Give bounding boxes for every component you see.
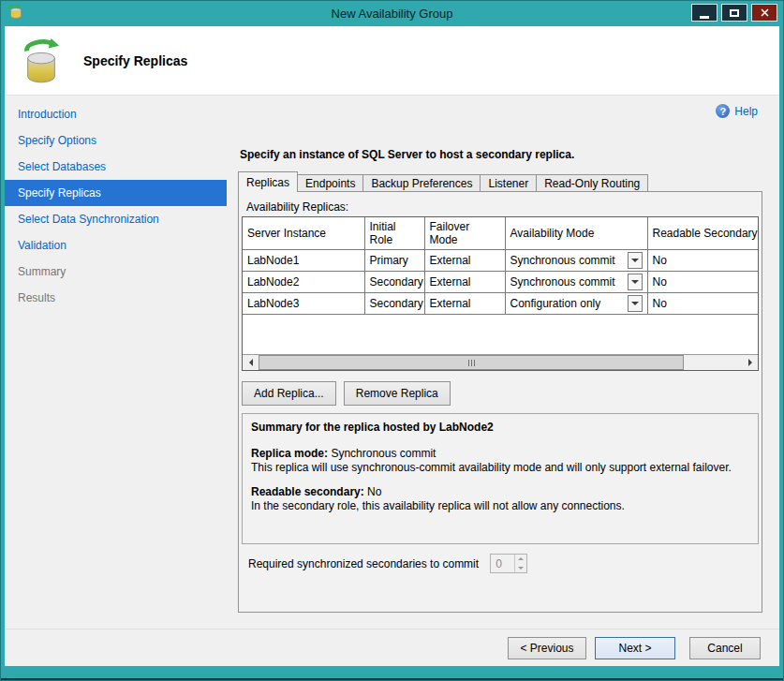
replicas-tab-page: Availability Replicas: Server Instance [238, 191, 762, 613]
chevron-down-icon[interactable] [628, 295, 643, 312]
page-title: Specify Replicas [83, 53, 187, 68]
tab-endpoints[interactable]: Endpoints [297, 174, 363, 192]
spinner-down-button [515, 564, 526, 573]
chevron-up-icon [518, 555, 524, 560]
table-row[interactable]: LabNode3 Secondary External Configuratio… [243, 292, 758, 314]
close-icon [761, 8, 769, 17]
sidebar-item-validation[interactable]: Validation [5, 232, 227, 259]
minimize-button[interactable] [691, 4, 717, 22]
cell-readable-secondary: No [647, 271, 758, 292]
previous-button[interactable]: < Previous [508, 637, 586, 659]
scroll-left-icon [245, 359, 253, 366]
cell-server-instance: LabNode1 [243, 249, 364, 271]
replica-mode-value: Synchronous commit [331, 447, 436, 460]
cell-readable-secondary: No [647, 249, 758, 271]
cell-availability-mode: Synchronous commit [505, 271, 647, 292]
cell-readable-secondary: No [647, 292, 758, 314]
scrollbar-thumb[interactable] [259, 355, 684, 370]
sidebar-item-select-databases[interactable]: Select Databases [5, 154, 227, 180]
replica-mode-label: Replica mode: [251, 447, 328, 460]
spinner-value: 0 [491, 555, 514, 572]
next-button[interactable]: Next > [595, 637, 675, 659]
grid-header-row: Server Instance Initial Role Failover Mo… [243, 217, 758, 249]
help-icon: ? [716, 104, 730, 118]
cell-failover-mode: External [424, 292, 505, 314]
readable-secondary-value: No [367, 485, 381, 498]
maximize-button[interactable] [721, 4, 747, 22]
column-header-initial-role: Initial Role [364, 217, 424, 249]
wizard-header: Specify Replicas [5, 26, 779, 96]
cell-server-instance: LabNode2 [243, 271, 364, 292]
availability-mode-value: Synchronous commit [510, 254, 615, 267]
spinner-buttons [514, 555, 526, 572]
chevron-down-icon[interactable] [628, 252, 643, 269]
availability-mode-dropdown[interactable]: Configuration only [510, 295, 643, 312]
window-title: New Availability Group [0, 7, 784, 21]
availability-replicas-label: Availability Replicas: [246, 200, 348, 214]
sidebar-item-specify-options[interactable]: Specify Options [5, 127, 227, 154]
replica-action-buttons: Add Replica... Remove Replica [242, 381, 451, 406]
tab-backup-preferences[interactable]: Backup Preferences [362, 174, 481, 192]
cell-availability-mode: Synchronous commit [505, 249, 647, 271]
availability-mode-value: Synchronous commit [510, 275, 615, 289]
window-controls [688, 4, 777, 22]
titlebar[interactable]: New Availability Group [0, 0, 784, 26]
cell-initial-role: Primary [364, 249, 424, 271]
readable-secondary-label: Readable secondary: [251, 485, 364, 498]
scroll-right-button[interactable] [742, 355, 758, 370]
scroll-left-button[interactable] [243, 355, 259, 370]
tab-listener[interactable]: Listener [480, 174, 537, 192]
table-row[interactable]: LabNode2 Secondary External Synchronous … [243, 271, 758, 292]
cell-initial-role: Secondary [364, 271, 424, 292]
chevron-down-icon[interactable] [628, 274, 643, 290]
required-secondaries-row: Required synchronized secondaries to com… [248, 554, 527, 573]
chevron-down-icon [518, 567, 524, 572]
sidebar-item-select-data-synchronization[interactable]: Select Data Synchronization [5, 206, 227, 232]
sidebar-item-results: Results [5, 285, 227, 311]
column-header-failover-mode: Failover Mode [424, 217, 505, 249]
maximize-icon [730, 9, 739, 17]
availability-mode-dropdown[interactable]: Synchronous commit [510, 274, 643, 290]
close-button[interactable] [751, 4, 777, 22]
column-header-server-instance: Server Instance [243, 217, 364, 249]
help-label: Help [734, 105, 758, 118]
sidebar-item-specify-replicas[interactable]: Specify Replicas [5, 180, 227, 206]
readable-secondary-line: Readable secondary: No [251, 485, 749, 499]
new-availability-group-dialog: New Availability Group [0, 0, 784, 681]
replicas-icon [20, 37, 63, 85]
add-replica-button[interactable]: Add Replica... [242, 381, 336, 406]
column-header-readable-secondary: Readable Secondary [647, 217, 758, 249]
wizard-main-panel: ? Help Specify an instance of SQL Server… [227, 96, 779, 629]
tab-replicas[interactable]: Replicas [238, 171, 298, 192]
table-row[interactable]: LabNode1 Primary External Synchronous co… [243, 249, 758, 271]
summary-title: Summary for the replica hosted by LabNod… [251, 421, 749, 435]
required-secondaries-spinner: 0 [490, 554, 527, 573]
scrollbar-track[interactable] [259, 355, 742, 370]
dialog-client-area: Specify Replicas Introduction Specify Op… [5, 26, 779, 666]
readable-secondary-description: In the secondary role, this availability… [251, 499, 749, 513]
sidebar-item-introduction[interactable]: Introduction [5, 101, 227, 127]
availability-mode-value: Configuration only [510, 297, 601, 310]
cancel-button[interactable]: Cancel [689, 637, 761, 659]
sidebar-item-summary: Summary [5, 259, 227, 285]
wizard-steps-sidebar: Introduction Specify Options Select Data… [5, 96, 227, 629]
cell-failover-mode: External [424, 271, 505, 292]
minimize-icon [700, 16, 709, 19]
cell-server-instance: LabNode3 [243, 292, 364, 314]
availability-replicas-grid: Server Instance Initial Role Failover Mo… [242, 216, 759, 371]
required-secondaries-label: Required synchronized secondaries to com… [248, 557, 479, 570]
cell-failover-mode: External [424, 249, 505, 271]
column-header-availability-mode: Availability Mode [505, 217, 647, 249]
replica-summary-box: Summary for the replica hosted by LabNod… [242, 413, 759, 544]
wizard-body: Introduction Specify Options Select Data… [5, 96, 779, 629]
horizontal-scrollbar[interactable] [243, 354, 758, 370]
grid-viewport: Server Instance Initial Role Failover Mo… [243, 217, 758, 354]
remove-replica-button[interactable]: Remove Replica [344, 381, 451, 406]
help-link[interactable]: ? Help [716, 104, 758, 118]
instruction-text: Specify an instance of SQL Server to hos… [240, 148, 574, 161]
replica-mode-line: Replica mode: Synchronous commit [251, 447, 749, 461]
cell-availability-mode: Configuration only [505, 292, 647, 314]
wizard-footer: < Previous Next > Cancel [5, 629, 779, 666]
availability-mode-dropdown[interactable]: Synchronous commit [510, 252, 643, 269]
tab-read-only-routing[interactable]: Read-Only Routing [536, 174, 648, 192]
